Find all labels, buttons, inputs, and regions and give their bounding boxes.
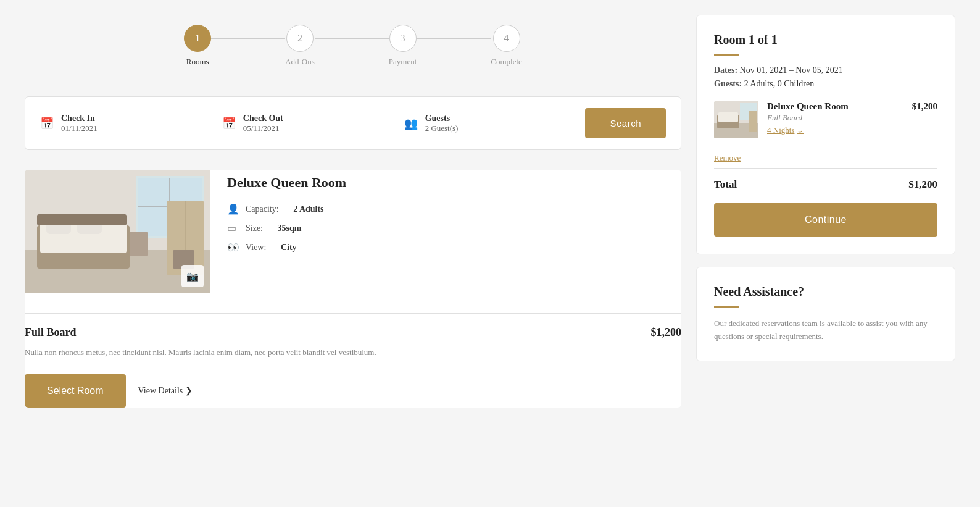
view-value: City bbox=[281, 243, 297, 253]
chevron-down-icon: ⌄ bbox=[797, 125, 804, 135]
checkin-field[interactable]: 📅 Check In 01/11/2021 bbox=[40, 114, 207, 133]
step-4: 4 Complete bbox=[491, 25, 522, 67]
sidebar: Room 1 of 1 Dates: Nov 01, 2021 – Nov 05… bbox=[696, 15, 955, 408]
svg-rect-19 bbox=[718, 112, 738, 122]
room-details: Deluxe Queen Room 👤 Capacity: 2 Adults ▭… bbox=[227, 170, 681, 293]
room-card: 📷 Deluxe Queen Room 👤 Capacity: 2 Adults… bbox=[25, 170, 681, 408]
size-icon: ▭ bbox=[227, 222, 239, 234]
step-connector-2-3 bbox=[315, 38, 389, 39]
total-label: Total bbox=[714, 178, 737, 191]
step-label-4: Complete bbox=[491, 57, 522, 67]
dates-value: Nov 01, 2021 – Nov 05, 2021 bbox=[740, 65, 843, 75]
guests-label: Guests bbox=[425, 114, 459, 124]
capacity-label: Capacity: bbox=[246, 204, 279, 214]
step-connector-3-4 bbox=[417, 38, 491, 39]
step-2: 2 Add-Ons bbox=[285, 25, 315, 67]
step-circle-2: 2 bbox=[286, 25, 314, 52]
room-view: 👀 View: City bbox=[227, 241, 681, 253]
booking-item-name: Deluxe Queen Room bbox=[767, 101, 903, 112]
room-card-top: 📷 Deluxe Queen Room 👤 Capacity: 2 Adults… bbox=[25, 170, 681, 308]
board-name: Full Board bbox=[25, 326, 77, 339]
room-divider bbox=[25, 313, 681, 314]
room-capacity: 👤 Capacity: 2 Adults bbox=[227, 203, 681, 215]
assistance-card: Need Assistance? Our dedicated reservati… bbox=[696, 267, 955, 361]
room-size: ▭ Size: 35sqm bbox=[227, 222, 681, 234]
calendar-icon: 📅 bbox=[40, 117, 54, 130]
booking-item: Deluxe Queen Room Full Board 4 Nights ⌄ … bbox=[714, 101, 937, 138]
nights-link[interactable]: 4 Nights ⌄ bbox=[767, 125, 903, 135]
remove-link[interactable]: Remove bbox=[714, 153, 741, 163]
step-connector-1-2 bbox=[211, 38, 285, 39]
booking-item-board: Full Board bbox=[767, 113, 903, 123]
gallery-icon[interactable]: 📷 bbox=[181, 265, 204, 287]
booking-title: Room 1 of 1 bbox=[714, 33, 937, 47]
calendar-icon-2: 📅 bbox=[222, 117, 236, 130]
size-value: 35sqm bbox=[278, 224, 302, 233]
board-price: $1,200 bbox=[651, 326, 682, 339]
checkout-value: 05/11/2021 bbox=[243, 124, 283, 133]
checkin-label: Check In bbox=[61, 114, 98, 124]
booking-item-info: Deluxe Queen Room Full Board 4 Nights ⌄ bbox=[767, 101, 903, 135]
booking-guests: Guests: 2 Adults, 0 Children bbox=[714, 79, 937, 89]
guests-icon: 👥 bbox=[404, 117, 418, 130]
guests-field[interactable]: 👥 Guests 2 Guest(s) bbox=[389, 114, 571, 133]
room-image-wrapper: 📷 bbox=[25, 170, 210, 293]
view-details-link[interactable]: View Details ❯ bbox=[138, 385, 193, 396]
checkout-field[interactable]: 📅 Check Out 05/11/2021 bbox=[207, 114, 389, 133]
board-description: Nulla non rhoncus metus, nec tincidunt n… bbox=[25, 346, 681, 359]
stepper: 1 Rooms 2 Add-Ons 3 Payment 4 Complete bbox=[25, 15, 681, 77]
step-circle-4: 4 bbox=[493, 25, 520, 52]
search-button[interactable]: Search bbox=[585, 108, 666, 138]
svg-rect-20 bbox=[749, 111, 757, 132]
total-price: $1,200 bbox=[908, 178, 937, 191]
booking-dates: Dates: Nov 01, 2021 – Nov 05, 2021 bbox=[714, 65, 937, 75]
step-circle-1: 1 bbox=[184, 25, 211, 52]
step-3: 3 Payment bbox=[389, 25, 417, 67]
step-circle-3: 3 bbox=[389, 25, 417, 52]
guests-value: 2 Adults, 0 Children bbox=[744, 79, 815, 88]
checkin-value: 01/11/2021 bbox=[61, 124, 98, 133]
guests-value: 2 Guest(s) bbox=[425, 124, 459, 133]
assistance-text: Our dedicated reservations team is avail… bbox=[714, 317, 937, 343]
view-icon: 👀 bbox=[227, 241, 239, 253]
board-section: Full Board $1,200 Nulla non rhoncus metu… bbox=[25, 326, 681, 408]
step-1: 1 Rooms bbox=[184, 25, 211, 67]
select-room-button[interactable]: Select Room bbox=[25, 374, 126, 408]
svg-rect-11 bbox=[130, 232, 148, 256]
capacity-value: 2 Adults bbox=[293, 204, 323, 214]
svg-rect-10 bbox=[37, 214, 127, 225]
step-label-2: Add-Ons bbox=[285, 57, 315, 67]
room-title: Deluxe Queen Room bbox=[227, 175, 681, 191]
booking-item-price: $1,200 bbox=[912, 101, 937, 112]
action-row: Select Room View Details ❯ bbox=[25, 374, 681, 408]
view-label: View: bbox=[246, 243, 266, 253]
continue-button[interactable]: Continue bbox=[714, 203, 937, 237]
checkout-label: Check Out bbox=[243, 114, 283, 124]
step-label-3: Payment bbox=[389, 57, 417, 67]
search-bar: 📅 Check In 01/11/2021 📅 Check Out 05/11/… bbox=[25, 96, 681, 150]
booking-title-divider bbox=[714, 54, 739, 56]
board-row: Full Board $1,200 bbox=[25, 326, 681, 339]
step-label-1: Rooms bbox=[186, 57, 209, 67]
assistance-title: Need Assistance? bbox=[714, 285, 937, 299]
booking-item-thumbnail bbox=[714, 101, 758, 138]
size-label: Size: bbox=[246, 224, 263, 233]
person-icon: 👤 bbox=[227, 203, 239, 215]
booking-summary-card: Room 1 of 1 Dates: Nov 01, 2021 – Nov 05… bbox=[696, 15, 955, 254]
assistance-divider bbox=[714, 306, 739, 308]
chevron-right-icon: ❯ bbox=[185, 385, 193, 396]
total-row: Total $1,200 bbox=[714, 168, 937, 191]
